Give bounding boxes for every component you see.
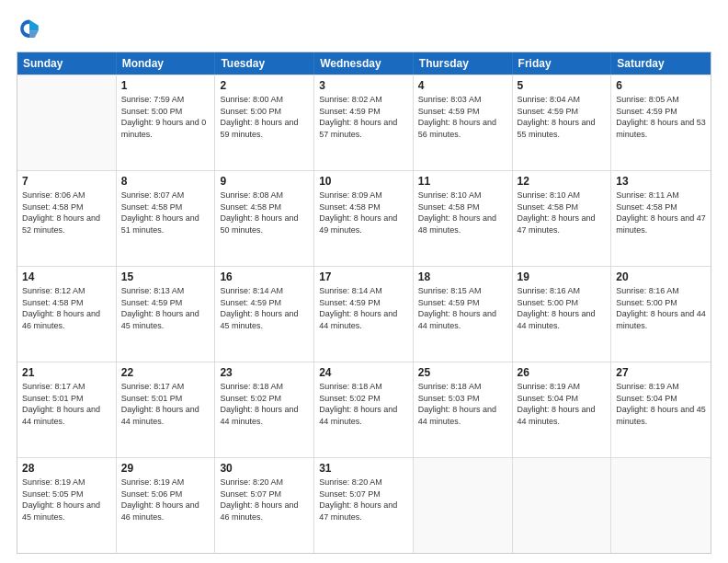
day-number: 24 <box>319 366 408 379</box>
day-number: 17 <box>319 270 408 283</box>
cal-cell-3-3: 16Sunrise: 8:14 AMSunset: 4:59 PMDayligh… <box>215 267 314 362</box>
day-info: Sunrise: 8:19 AMSunset: 5:06 PMDaylight:… <box>121 477 210 523</box>
cal-cell-3-7: 20Sunrise: 8:16 AMSunset: 5:00 PMDayligh… <box>611 267 711 362</box>
cal-cell-1-3: 2Sunrise: 8:00 AMSunset: 5:00 PMDaylight… <box>215 75 314 170</box>
cal-cell-2-3: 9Sunrise: 8:08 AMSunset: 4:58 PMDaylight… <box>215 171 314 266</box>
cal-cell-5-6 <box>513 458 612 553</box>
day-number: 12 <box>518 175 607 188</box>
cal-cell-3-2: 15Sunrise: 8:13 AMSunset: 4:59 PMDayligh… <box>117 267 216 362</box>
cal-cell-4-6: 26Sunrise: 8:19 AMSunset: 5:04 PMDayligh… <box>513 362 612 457</box>
cal-cell-1-6: 5Sunrise: 8:04 AMSunset: 4:59 PMDaylight… <box>513 75 612 170</box>
day-number: 9 <box>220 175 309 188</box>
cal-cell-5-5 <box>414 458 513 553</box>
cal-cell-1-2: 1Sunrise: 7:59 AMSunset: 5:00 PMDaylight… <box>117 75 216 170</box>
day-info: Sunrise: 8:07 AMSunset: 4:58 PMDaylight:… <box>121 190 210 236</box>
day-info: Sunrise: 8:08 AMSunset: 4:58 PMDaylight:… <box>220 190 309 236</box>
day-number: 2 <box>220 79 309 92</box>
day-info: Sunrise: 8:17 AMSunset: 5:01 PMDaylight:… <box>121 381 210 427</box>
day-number: 3 <box>319 79 408 92</box>
header <box>17 17 711 42</box>
week-row-1: 1Sunrise: 7:59 AMSunset: 5:00 PMDaylight… <box>17 75 711 170</box>
weekday-header-sunday: Sunday <box>17 52 117 75</box>
day-info: Sunrise: 8:14 AMSunset: 4:59 PMDaylight:… <box>220 285 309 331</box>
day-number: 19 <box>518 270 607 283</box>
cal-cell-1-7: 6Sunrise: 8:05 AMSunset: 4:59 PMDaylight… <box>611 75 711 170</box>
cal-cell-4-7: 27Sunrise: 8:19 AMSunset: 5:04 PMDayligh… <box>611 362 711 457</box>
cal-cell-3-6: 19Sunrise: 8:16 AMSunset: 5:00 PMDayligh… <box>513 267 612 362</box>
day-number: 13 <box>616 175 706 188</box>
day-number: 31 <box>319 462 408 475</box>
week-row-4: 21Sunrise: 8:17 AMSunset: 5:01 PMDayligh… <box>17 362 711 457</box>
day-info: Sunrise: 8:16 AMSunset: 5:00 PMDaylight:… <box>616 285 706 331</box>
day-number: 25 <box>418 366 507 379</box>
weekday-header-friday: Friday <box>513 52 612 75</box>
logo-icon <box>17 17 42 42</box>
day-number: 28 <box>22 462 111 475</box>
cal-cell-2-4: 10Sunrise: 8:09 AMSunset: 4:58 PMDayligh… <box>314 171 414 266</box>
cal-cell-3-4: 17Sunrise: 8:14 AMSunset: 4:59 PMDayligh… <box>314 267 414 362</box>
day-number: 26 <box>518 366 607 379</box>
cal-cell-1-1 <box>17 75 117 170</box>
day-info: Sunrise: 8:18 AMSunset: 5:03 PMDaylight:… <box>418 381 507 427</box>
week-row-2: 7Sunrise: 8:06 AMSunset: 4:58 PMDaylight… <box>17 170 711 266</box>
logo <box>17 17 44 42</box>
day-info: Sunrise: 8:12 AMSunset: 4:58 PMDaylight:… <box>22 285 111 331</box>
day-info: Sunrise: 8:06 AMSunset: 4:58 PMDaylight:… <box>22 190 111 236</box>
day-info: Sunrise: 8:04 AMSunset: 4:59 PMDaylight:… <box>518 94 607 140</box>
day-info: Sunrise: 8:05 AMSunset: 4:59 PMDaylight:… <box>616 94 706 140</box>
day-number: 6 <box>616 79 706 92</box>
cal-cell-5-7 <box>611 458 711 553</box>
day-info: Sunrise: 8:10 AMSunset: 4:58 PMDaylight:… <box>418 190 507 236</box>
cal-cell-1-4: 3Sunrise: 8:02 AMSunset: 4:59 PMDaylight… <box>314 75 414 170</box>
cal-cell-5-4: 31Sunrise: 8:20 AMSunset: 5:07 PMDayligh… <box>314 458 414 553</box>
day-number: 4 <box>418 79 507 92</box>
calendar: SundayMondayTuesdayWednesdayThursdayFrid… <box>17 52 711 554</box>
week-row-5: 28Sunrise: 8:19 AMSunset: 5:05 PMDayligh… <box>17 457 711 553</box>
day-info: Sunrise: 8:10 AMSunset: 4:58 PMDaylight:… <box>518 190 607 236</box>
day-number: 22 <box>121 366 210 379</box>
day-number: 29 <box>121 462 210 475</box>
day-number: 11 <box>418 175 507 188</box>
cal-cell-2-7: 13Sunrise: 8:11 AMSunset: 4:58 PMDayligh… <box>611 171 711 266</box>
weekday-header-monday: Monday <box>117 52 216 75</box>
cal-cell-2-1: 7Sunrise: 8:06 AMSunset: 4:58 PMDaylight… <box>17 171 117 266</box>
day-info: Sunrise: 8:20 AMSunset: 5:07 PMDaylight:… <box>220 477 309 523</box>
weekday-header-saturday: Saturday <box>611 52 711 75</box>
day-number: 20 <box>616 270 706 283</box>
cal-cell-4-1: 21Sunrise: 8:17 AMSunset: 5:01 PMDayligh… <box>17 362 117 457</box>
cal-cell-4-3: 23Sunrise: 8:18 AMSunset: 5:02 PMDayligh… <box>215 362 314 457</box>
cal-cell-3-1: 14Sunrise: 8:12 AMSunset: 4:58 PMDayligh… <box>17 267 117 362</box>
day-info: Sunrise: 7:59 AMSunset: 5:00 PMDaylight:… <box>121 94 210 140</box>
day-number: 30 <box>220 462 309 475</box>
day-number: 8 <box>121 175 210 188</box>
day-info: Sunrise: 8:19 AMSunset: 5:04 PMDaylight:… <box>616 381 706 427</box>
day-number: 23 <box>220 366 309 379</box>
day-info: Sunrise: 8:00 AMSunset: 5:00 PMDaylight:… <box>220 94 309 140</box>
day-info: Sunrise: 8:03 AMSunset: 4:59 PMDaylight:… <box>418 94 507 140</box>
day-info: Sunrise: 8:09 AMSunset: 4:58 PMDaylight:… <box>319 190 408 236</box>
day-number: 5 <box>518 79 607 92</box>
day-number: 1 <box>121 79 210 92</box>
calendar-body: 1Sunrise: 7:59 AMSunset: 5:00 PMDaylight… <box>17 75 711 553</box>
cal-cell-5-2: 29Sunrise: 8:19 AMSunset: 5:06 PMDayligh… <box>117 458 216 553</box>
day-number: 7 <box>22 175 111 188</box>
day-number: 10 <box>319 175 408 188</box>
day-info: Sunrise: 8:15 AMSunset: 4:59 PMDaylight:… <box>418 285 507 331</box>
day-info: Sunrise: 8:16 AMSunset: 5:00 PMDaylight:… <box>518 285 607 331</box>
day-info: Sunrise: 8:02 AMSunset: 4:59 PMDaylight:… <box>319 94 408 140</box>
day-number: 14 <box>22 270 111 283</box>
cal-cell-1-5: 4Sunrise: 8:03 AMSunset: 4:59 PMDaylight… <box>414 75 513 170</box>
day-info: Sunrise: 8:18 AMSunset: 5:02 PMDaylight:… <box>220 381 309 427</box>
day-info: Sunrise: 8:11 AMSunset: 4:58 PMDaylight:… <box>616 190 706 236</box>
day-number: 15 <box>121 270 210 283</box>
cal-cell-4-4: 24Sunrise: 8:18 AMSunset: 5:02 PMDayligh… <box>314 362 414 457</box>
cal-cell-2-6: 12Sunrise: 8:10 AMSunset: 4:58 PMDayligh… <box>513 171 612 266</box>
cal-cell-4-2: 22Sunrise: 8:17 AMSunset: 5:01 PMDayligh… <box>117 362 216 457</box>
day-info: Sunrise: 8:14 AMSunset: 4:59 PMDaylight:… <box>319 285 408 331</box>
day-info: Sunrise: 8:17 AMSunset: 5:01 PMDaylight:… <box>22 381 111 427</box>
day-info: Sunrise: 8:18 AMSunset: 5:02 PMDaylight:… <box>319 381 408 427</box>
calendar-header: SundayMondayTuesdayWednesdayThursdayFrid… <box>17 52 711 75</box>
page: SundayMondayTuesdayWednesdayThursdayFrid… <box>0 0 728 563</box>
day-number: 21 <box>22 366 111 379</box>
day-number: 16 <box>220 270 309 283</box>
